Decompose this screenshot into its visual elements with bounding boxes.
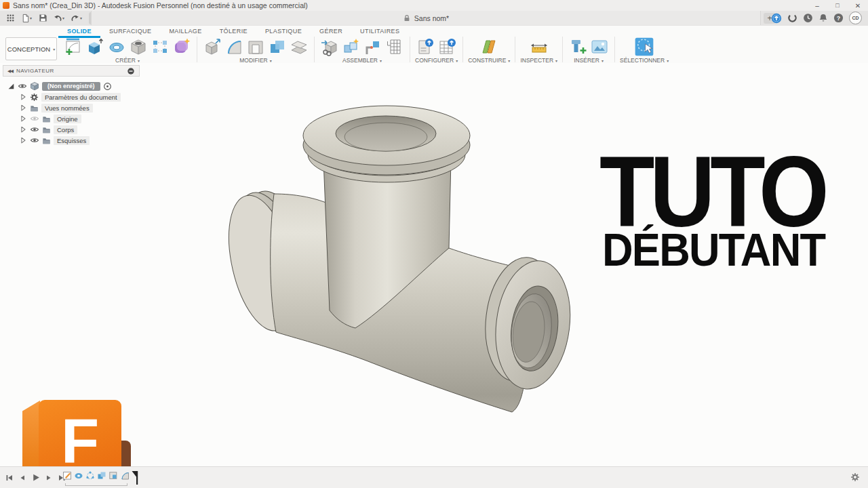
badge-letter: F [61, 409, 99, 472]
bom-button[interactable] [384, 37, 405, 57]
select-button[interactable] [632, 37, 656, 57]
navigator-item-origine[interactable]: Origine [3, 113, 140, 124]
tab-utilitaires[interactable]: UTILITAIRES [351, 26, 408, 36]
gear-icon [30, 93, 39, 102]
revolve-button[interactable] [106, 37, 127, 57]
visibility-eye-icon[interactable] [30, 125, 39, 134]
expand-caret-icon[interactable] [19, 125, 27, 134]
insert-canvas-button[interactable] [589, 37, 610, 57]
step-back-button[interactable] [18, 474, 26, 482]
viewport-canvas[interactable]: ◀◀ NAVIGATEUR (Non enregistré) [0, 63, 868, 466]
file-menu-caret-icon[interactable]: ▾ [30, 16, 35, 20]
fillet-icon [224, 37, 243, 56]
measure-icon [530, 37, 549, 56]
account-avatar[interactable]: CD [849, 12, 862, 24]
rectangular-pattern-button[interactable] [150, 37, 170, 57]
expand-caret-icon[interactable] [19, 93, 27, 101]
upgrade-icon[interactable] [771, 13, 782, 24]
insert-fastener-button[interactable] [568, 37, 588, 57]
redo-caret-icon[interactable]: ▾ [80, 16, 85, 20]
create-form-button[interactable] [172, 37, 192, 57]
minimize-button[interactable]: – [807, 1, 827, 11]
configuration-table-button[interactable] [437, 37, 458, 57]
timeline-settings-gear-icon[interactable] [850, 472, 860, 482]
document-cube-icon [30, 81, 39, 91]
hole-button[interactable] [128, 37, 149, 57]
folder-icon [42, 136, 51, 145]
tab-tolerie[interactable]: TÔLERIE [211, 26, 256, 36]
expand-caret-icon[interactable] [19, 104, 27, 112]
visibility-eye-icon[interactable] [18, 81, 27, 91]
play-button[interactable] [31, 473, 40, 482]
navigator-item-parametres[interactable]: Paramètres du document [3, 92, 140, 102]
fillet-button[interactable] [224, 37, 244, 57]
folder-icon [30, 104, 39, 113]
skip-to-start-button[interactable] [5, 474, 14, 482]
minimize-panel-icon[interactable] [127, 67, 135, 75]
navigator-item-vues-nommees[interactable]: Vues nommées [3, 102, 140, 113]
navigator-root-row[interactable]: (Non enregistré) [3, 81, 140, 92]
help-icon[interactable]: ? [833, 13, 844, 23]
shell-button[interactable] [245, 37, 266, 57]
tab-surfacique[interactable]: SURFACIQUE [100, 26, 161, 36]
timeline-fillet-feature[interactable] [120, 470, 130, 481]
navigator-item-esquisses[interactable]: Esquisses [3, 135, 140, 146]
timeline-combine-feature[interactable] [97, 470, 106, 481]
extrude-button[interactable] [85, 37, 105, 57]
timeline-revolve-feature[interactable] [74, 470, 83, 481]
group-caret-icon: ▾ [270, 58, 272, 63]
timeline-sketch-feature[interactable] [62, 470, 72, 481]
tab-plastique[interactable]: PLASTIQUE [256, 26, 311, 36]
select-icon [634, 37, 654, 57]
root-document-label[interactable]: (Non enregistré) [42, 82, 100, 91]
construction-plane-button[interactable] [479, 37, 499, 57]
offset-face-button[interactable] [289, 37, 309, 57]
insert-derive-icon [320, 37, 339, 56]
document-tab[interactable]: Sans nom* [91, 11, 761, 25]
visibility-eye-off-icon[interactable] [30, 114, 39, 123]
new-component-button[interactable] [341, 37, 361, 57]
timeline-circular-pattern-feature[interactable] [85, 470, 95, 481]
activate-target-icon[interactable] [103, 82, 112, 91]
offset-face-icon [290, 37, 309, 56]
shell-icon [246, 37, 265, 56]
save-button[interactable] [35, 12, 50, 24]
combine-button[interactable] [267, 37, 288, 57]
measure-button[interactable] [529, 37, 549, 57]
tab-maillage[interactable]: MAILLAGE [160, 26, 210, 36]
workspace-caret-icon: ▾ [53, 47, 55, 52]
joint-button[interactable] [363, 37, 383, 57]
rectangular-pattern-icon [151, 37, 170, 56]
navigator-header[interactable]: ◀◀ NAVIGATEUR [3, 65, 140, 77]
expand-caret-icon[interactable] [19, 115, 27, 123]
app-grid-button[interactable] [3, 12, 18, 24]
notifications-bell-icon[interactable] [818, 13, 828, 23]
create-sketch-icon [64, 37, 83, 56]
visibility-eye-icon[interactable] [30, 136, 39, 145]
maximize-button[interactable]: □ [827, 1, 848, 11]
insert-derive-button[interactable] [319, 37, 340, 57]
step-forward-button[interactable] [45, 474, 53, 482]
extrude-icon [85, 37, 104, 56]
recent-clock-icon[interactable] [803, 13, 813, 23]
close-window-button[interactable]: ✕ [848, 1, 868, 11]
folder-icon [42, 125, 51, 134]
job-status-icon[interactable] [787, 13, 797, 23]
undo-caret-icon[interactable]: ▾ [62, 16, 68, 20]
ribbon-divider [562, 37, 563, 62]
group-caret-icon: ▾ [138, 58, 140, 63]
navigator-item-corps[interactable]: Corps [3, 124, 140, 135]
tab-gerer[interactable]: GÉRER [311, 26, 351, 36]
ribbon-group-inserer: INSÉRER▾ [564, 37, 613, 64]
press-pull-button[interactable] [202, 37, 222, 57]
collapse-panel-icon[interactable]: ◀◀ [7, 68, 13, 74]
timeline-marker[interactable] [132, 470, 142, 485]
expand-caret-icon[interactable] [19, 136, 27, 144]
configuration-button[interactable] [416, 37, 436, 57]
ribbon-divider [197, 37, 197, 62]
workspace-selector[interactable]: CONCEPTION ▾ [5, 37, 57, 60]
timeline-box-feature[interactable] [108, 470, 118, 481]
expand-root-icon[interactable] [7, 82, 15, 90]
create-sketch-button[interactable] [63, 37, 83, 57]
ribbon-group-creer: CRÉER▾ [60, 37, 195, 64]
